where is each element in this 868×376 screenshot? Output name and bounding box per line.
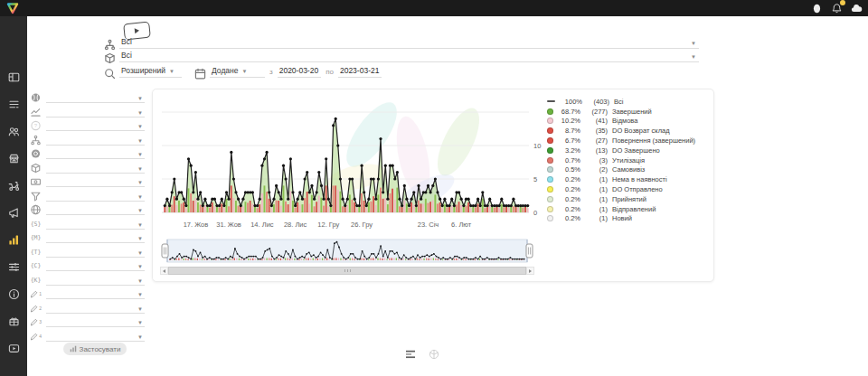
scroll-right-button[interactable] [526,267,534,275]
filter-row-brace-k[interactable]: {K}▼ [27,272,145,286]
filter-select[interactable]: ▼ [46,175,145,187]
chart-scrollbar[interactable] [160,267,534,275]
brand-logo-icon[interactable] [6,2,19,14]
legend-item[interactable]: 0.2%(1)Нема в наявності [547,174,712,184]
product-filter-select[interactable]: Всі ▼ [119,51,699,62]
package-view-icon[interactable] [429,347,439,358]
coin-icon [30,148,42,159]
topbar-actions [811,2,863,14]
filter-select[interactable]: ▼ [46,190,145,202]
sidebar-item-orders[interactable] [8,98,20,109]
orders-timeline-chart[interactable]: 051017. Жов31. Жов14. Лис28. Лис12. Гру2… [160,93,543,236]
sidebar-item-dashboard[interactable] [8,70,20,82]
legend-item[interactable]: 3.2%(13)DO Завершено [547,146,712,155]
filter-row-sitemap[interactable]: ▼ [27,132,145,146]
filter-row-help[interactable]: ?▼ [27,118,145,131]
legend-percent: 10.2% [557,117,580,125]
help-icon: ? [30,120,42,131]
legend-count: (403) [582,98,609,106]
legend-percent: 0.2% [557,205,580,213]
sidebar-item-settings[interactable] [8,260,20,272]
chart-navigator[interactable] [160,239,534,266]
svg-text:6. Лют: 6. Лют [451,221,472,229]
date-from-input[interactable]: 2020-03-20 [278,66,321,78]
product-filter-value: Всі [121,51,132,60]
filter-row-banknote[interactable]: ▼ [27,174,145,187]
filter-select[interactable]: ▼ [46,315,145,327]
legend-item[interactable]: 6.7%(27)Повернення (завершений) [547,136,712,146]
legend-item[interactable]: 0.2%(1)Прийнятий [547,194,712,204]
filter-row-web[interactable]: ▼ [27,202,145,215]
filter-select[interactable]: ▼ [46,287,145,299]
status-filter-select[interactable]: Всі ▼ [119,37,699,49]
navigator-handle-left[interactable] [162,244,168,258]
filter-select[interactable]: ▼ [46,203,145,215]
filter-row-brace-c[interactable]: {C}▼ [27,258,145,271]
legend-item[interactable]: 10.2%(41)Відмова [547,117,712,127]
play-icon [135,28,140,33]
bell-icon[interactable] [831,2,843,14]
filter-row-pencil2[interactable]: 2▼ [27,300,145,314]
filter-select[interactable]: ▼ [46,106,145,118]
sidebar-item-info[interactable] [8,287,20,299]
date-field-select[interactable]: Додане▼ [210,66,265,78]
filter-select[interactable]: ▼ [46,218,145,230]
legend-label: DO Завершено [612,146,660,155]
filter-select[interactable]: ▼ [46,259,145,271]
filter-row-pencil1[interactable]: 1▼ [27,286,145,299]
legend-item[interactable]: 100%(403)Всі [547,97,712,107]
svg-text:17. Жов: 17. Жов [184,221,209,229]
legend-percent: 6.7% [557,136,580,145]
filter-row-brace-m[interactable]: {M}▼ [27,230,145,243]
legend-label: Відмова [612,117,637,125]
legend-item[interactable]: 0.2%(1)DO Отправлено [547,184,712,194]
filter-select[interactable]: ▼ [46,302,145,314]
filter-select[interactable]: ▼ [46,246,145,258]
pencil-icon: 3 [30,316,42,327]
filter-select[interactable]: ▼ [46,147,145,159]
navigator-handle-right[interactable] [526,244,533,258]
sidebar-item-delivery[interactable] [8,179,20,191]
sidebar-item-apps[interactable] [8,315,20,326]
scroll-left-button[interactable] [160,267,168,275]
sidebar-item-analytics[interactable] [8,233,20,245]
sidebar-item-video[interactable] [8,342,20,353]
package-icon [30,163,42,174]
filter-select[interactable]: ▼ [46,330,145,342]
legend-item[interactable]: 0.2%(1)Відправлений [547,204,712,214]
filter-select[interactable]: ▼ [46,162,145,174]
filter-select[interactable]: ▼ [46,119,145,131]
search-mode-select[interactable]: Розширений▼ [119,66,182,78]
cloud-icon[interactable] [851,2,863,14]
filter-row-brace-s[interactable]: {S}▼ [27,216,145,230]
filter-row-package[interactable]: ▼ [27,160,145,174]
list-view-icon[interactable] [405,347,416,358]
apply-button[interactable]: Застосувати [63,343,127,355]
filter-row-pencil4[interactable]: 4▼ [27,328,145,342]
calendar-icon [194,67,206,78]
filter-select[interactable]: ▼ [46,134,145,146]
filter-select[interactable]: ▼ [46,274,145,286]
filter-row-trend[interactable]: ▼ [27,104,145,118]
date-to-input[interactable]: 2023-03-21 [338,66,382,78]
sidebar-item-customers[interactable] [8,125,20,136]
avatar-icon[interactable] [811,2,823,14]
filter-select[interactable]: ▼ [46,231,145,243]
sidebar-item-marketing[interactable] [8,206,20,218]
filter-row-globe[interactable]: ▼ [27,89,145,103]
filter-select[interactable]: ▼ [46,91,145,103]
filter-row-funnel[interactable]: ▼ [27,188,145,202]
legend-swatch [547,196,553,202]
sidebar-item-store[interactable] [8,152,20,164]
scrollbar-thumb[interactable] [168,267,526,275]
legend-item[interactable]: 68.7%(277)Завершений [547,107,712,117]
filter-row-coin[interactable]: ▼ [27,146,145,159]
chevron-down-icon: ▼ [137,264,143,269]
filter-row-pencil3[interactable]: 3▼ [27,314,145,327]
legend-item[interactable]: 8.7%(35)DO Возврат склад [547,126,712,136]
legend-item[interactable]: 0.2%(1)Новий [547,214,712,224]
filter-row-brace-t[interactable]: {T}▼ [27,244,145,258]
legend-item[interactable]: 0.5%(2)Самовивіз [547,165,712,175]
legend-item[interactable]: 0.7%(3)Утилізація [547,155,712,165]
svg-text:12. Гру: 12. Гру [317,221,339,229]
